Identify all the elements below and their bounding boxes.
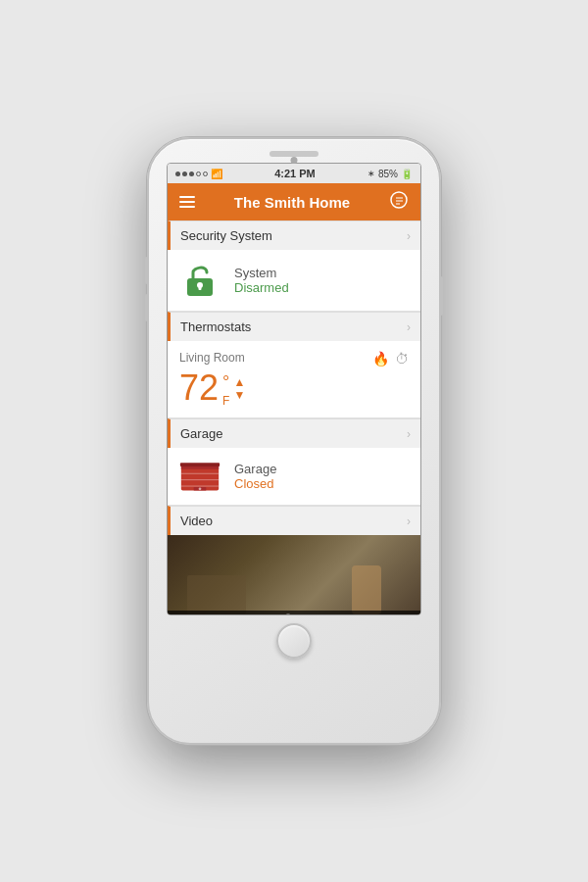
signal-dot-2 [182, 172, 187, 176]
garage-text: Garage Closed [234, 462, 276, 491]
power-button[interactable] [439, 276, 443, 316]
security-text: System Disarmed [234, 266, 289, 295]
status-bar: 📶 4:21 PM ∗ 85% 🔋 [168, 164, 420, 183]
thermostat-section-content: Living Room 72 ° F ▲ ▼ [168, 341, 420, 418]
temp-scale: F [222, 394, 229, 408]
thermostat-title: Thermostats [180, 319, 251, 334]
video-counter-object [187, 575, 246, 614]
signal-dot-5 [203, 172, 208, 176]
status-left: 📶 [175, 169, 222, 179]
temp-unit: ° F [222, 372, 229, 408]
temp-number: 72 [179, 370, 219, 406]
signal-strength [175, 172, 208, 176]
main-content: Security System › System [168, 220, 420, 615]
menu-button[interactable] [179, 196, 195, 208]
svg-point-13 [199, 487, 202, 490]
action-button[interactable] [389, 190, 409, 214]
video-chevron: › [407, 514, 411, 528]
lock-icon-wrap [179, 260, 220, 301]
garage-status-value: Closed [234, 476, 276, 491]
signal-dot-4 [196, 172, 201, 176]
signal-dot-1 [175, 172, 180, 176]
svg-rect-7 [181, 466, 219, 491]
app-title: The Smith Home [234, 194, 350, 211]
powered-by-text: powered by [237, 615, 277, 616]
front-camera [291, 157, 298, 164]
phone-screen: 📶 4:21 PM ∗ 85% 🔋 The Smith Home [167, 163, 421, 615]
lock-open-icon [183, 261, 217, 300]
thermostat-left: Living Room 72 ° F ▲ ▼ [179, 351, 245, 408]
security-status-label: System [234, 266, 289, 280]
security-section-content: System Disarmed [168, 250, 420, 312]
security-row: System Disarmed [179, 260, 409, 301]
temp-down-arrow[interactable]: ▼ [233, 389, 245, 401]
phone-frame: 📶 4:21 PM ∗ 85% 🔋 The Smith Home [147, 137, 441, 745]
bluetooth-icon: ∗ [368, 169, 375, 178]
thermostat-room: Living Room [179, 351, 245, 365]
temp-display: 72 ° F ▲ ▼ [179, 368, 245, 408]
garage-section-header[interactable]: Garage › [168, 418, 420, 448]
status-right: ∗ 85% 🔋 [368, 169, 413, 179]
garage-status-label: Garage [234, 462, 276, 476]
alarm-logo-icon [282, 613, 294, 615]
security-status-value: Disarmed [234, 280, 289, 295]
garage-chevron: › [407, 427, 411, 441]
garage-icon-wrap [179, 458, 220, 495]
thermostat-section-header[interactable]: Thermostats › [168, 312, 420, 341]
video-powered-by: powered by ALARM.COM [168, 611, 420, 615]
list-check-icon [389, 190, 409, 210]
volume-down-button[interactable] [145, 294, 149, 321]
hamburger-line-3 [179, 206, 195, 208]
volume-up-button[interactable] [145, 257, 149, 284]
schedule-icon: ⏱ [395, 351, 409, 367]
garage-row: Garage Closed [179, 458, 409, 495]
security-chevron: › [407, 229, 411, 243]
battery-percentage: 85% [378, 169, 398, 179]
home-button[interactable] [276, 623, 312, 659]
signal-dot-3 [189, 172, 194, 176]
garage-title: Garage [180, 426, 222, 441]
video-section-content[interactable]: powered by ALARM.COM [168, 535, 420, 615]
temp-arrows[interactable]: ▲ ▼ [233, 376, 245, 401]
hamburger-line-1 [179, 196, 195, 198]
svg-rect-14 [180, 463, 220, 466]
svg-rect-6 [199, 285, 202, 290]
svg-point-0 [391, 192, 407, 208]
phone-bottom [276, 623, 312, 659]
temp-degree: ° [222, 372, 229, 393]
video-section-header[interactable]: Video › [168, 506, 420, 535]
thermostat-icons: 🔥 ⏱ [372, 351, 409, 367]
video-title: Video [180, 514, 213, 528]
status-time: 4:21 PM [274, 168, 316, 179]
thermostat-chevron: › [407, 320, 411, 334]
wifi-icon: 📶 [211, 169, 222, 179]
temp-up-arrow[interactable]: ▲ [233, 376, 245, 388]
hamburger-line-2 [179, 201, 195, 203]
nav-bar: The Smith Home [168, 183, 420, 220]
video-person-silhouette [352, 565, 381, 614]
security-title: Security System [180, 228, 272, 243]
security-section-header[interactable]: Security System › [168, 220, 420, 250]
heat-icon: 🔥 [372, 351, 389, 367]
brand-name: ALARM.COM [298, 615, 351, 616]
svg-point-15 [283, 614, 293, 615]
battery-icon: 🔋 [401, 169, 413, 179]
thermostat-row: Living Room 72 ° F ▲ ▼ [179, 351, 409, 408]
garage-door-icon [179, 459, 220, 494]
garage-section-content: Garage Closed [168, 448, 420, 506]
